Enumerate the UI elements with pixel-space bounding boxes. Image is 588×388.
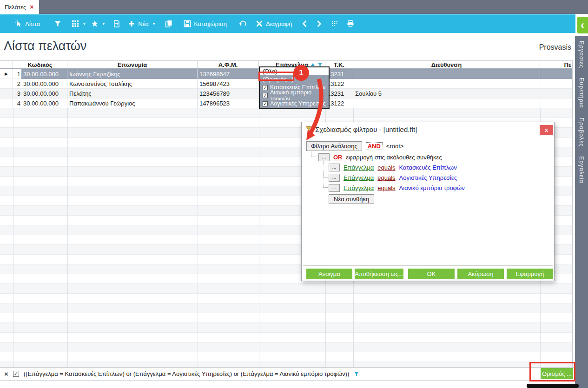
apply-button[interactable]: Εφαρμογή [507, 269, 553, 279]
header-address[interactable]: Διεύθυνση [353, 61, 540, 68]
condition-operator-link[interactable]: equals [377, 184, 395, 191]
cell-code[interactable]: 30.00.00.000 [21, 69, 67, 79]
cell-region[interactable] [540, 89, 573, 99]
header-name[interactable]: Επωνυμία [67, 61, 198, 68]
dropdown-item[interactable]: ✓Λιανικό εμπόριο τροφών [260, 92, 329, 99]
copy-button[interactable] [165, 20, 172, 27]
header-tk[interactable]: Τ.Κ. [325, 61, 353, 68]
new-button-label: Νέα [138, 20, 149, 27]
condition-field-link[interactable]: Επάγγελμα [344, 164, 374, 171]
cell-tk[interactable]: 13231 [325, 89, 353, 99]
cell-address[interactable] [353, 99, 540, 108]
filter-designer-dialog: Σχεδιασμός φίλτρου - [untitled.flt] x Φί… [301, 122, 555, 281]
chevron-down-icon[interactable]: ▾ [103, 21, 105, 26]
delete-button[interactable]: Διαγραφή [256, 20, 292, 27]
group-text: εφαρμογή στις ακόλουθες συνθήκες [346, 154, 442, 161]
cell-address[interactable]: Σουλίου 5 [353, 89, 540, 99]
save-as-button[interactable]: Αποθήκευση ως... [355, 269, 403, 279]
condition-operator-link[interactable]: equals [377, 174, 395, 181]
close-icon[interactable]: x [540, 125, 553, 135]
sidebar-item-indexes[interactable]: Ευρετήρια [578, 78, 585, 108]
cell-region[interactable] [540, 79, 573, 89]
sort-ascending-icon [311, 63, 315, 66]
condition-options-button[interactable]: ... [329, 184, 340, 192]
checkbox-checked-icon[interactable]: ✓ [263, 101, 268, 106]
undo-button[interactable] [239, 20, 246, 27]
filter-enabled-checkbox[interactable]: ✓ [13, 371, 19, 377]
condition-value-link[interactable]: Λογιστικές Υπηρεσίες [399, 174, 457, 181]
chevron-down-icon[interactable]: ▾ [83, 21, 86, 26]
analysis-filter-button[interactable]: Φίλτρο Ανάλυσης [306, 141, 362, 151]
new-button[interactable]: Νέα ▾ [128, 20, 155, 27]
cell-name[interactable]: Παπακωάννου Γεώργιος [67, 99, 198, 108]
chevron-down-icon[interactable]: ▾ [153, 21, 155, 26]
cell-afm[interactable]: 123456789 [198, 89, 259, 99]
list-button[interactable]: Λίστα [15, 20, 40, 27]
tab-close-icon[interactable]: × [30, 4, 33, 10]
cell-code[interactable]: 30.00.00.000 [21, 79, 67, 89]
grid-settings-button[interactable] [331, 20, 338, 27]
cell-afm[interactable]: 147896523 [198, 99, 259, 108]
cell-tk[interactable]: 13231 [325, 69, 353, 79]
columns-button[interactable]: ▾ [72, 20, 86, 27]
new-condition-button[interactable]: Νέα συνθήκη [329, 194, 374, 204]
page-title: Λίστα πελατών [4, 39, 86, 53]
grid-column-line [13, 108, 13, 367]
condition-value-link[interactable]: Λιανικό εμπόριο τροφών [399, 184, 465, 191]
condition-field-link[interactable]: Επάγγελμα [344, 174, 374, 181]
cell-name[interactable]: Πελάτης [67, 89, 198, 99]
cell-region[interactable] [540, 99, 573, 108]
main-toolbar: Λίστα ▾ ▾ Νέα ▾ Καταχώριση Διαγραφή [0, 14, 575, 33]
header-afm[interactable]: Α.Φ.Μ. [198, 61, 259, 68]
funnel-icon [305, 126, 312, 133]
condition-options-button[interactable]: ... [329, 164, 340, 171]
cell-name[interactable]: Ιωάννης Γκρπζίκης [67, 69, 198, 79]
cell-code[interactable]: 30.00.00.000 [21, 89, 67, 99]
chevron-right-icon [315, 20, 323, 27]
open-button[interactable]: Άνοιγμα [306, 269, 352, 279]
sidebar-item-tools[interactable]: Εργαλεία [578, 156, 585, 184]
print-button[interactable] [347, 20, 354, 27]
cell-afm[interactable]: 156987423 [198, 79, 259, 89]
export-button[interactable] [113, 20, 120, 27]
group-operator-link[interactable]: OR [333, 154, 343, 161]
filter-icon[interactable] [354, 371, 359, 377]
cell-tk[interactable]: 13122 [325, 99, 353, 108]
filter-button[interactable] [54, 20, 61, 27]
sidebar-item-views[interactable]: Προβολές [578, 118, 585, 147]
cell-address[interactable] [353, 79, 540, 89]
clear-filter-icon[interactable]: × [4, 370, 8, 378]
header-region[interactable]: Πε [540, 61, 573, 68]
x-icon [256, 20, 263, 27]
header-code[interactable]: Κωδικός [13, 61, 67, 68]
ok-button[interactable]: OK [408, 269, 455, 279]
favorites-button[interactable]: ▾ [91, 20, 105, 27]
root-operator-link[interactable]: AND [366, 142, 383, 150]
tab-customers[interactable]: Πελάτες × [0, 0, 39, 14]
cancel-button[interactable]: Ακύρωση [457, 269, 504, 279]
checkbox-checked-icon[interactable]: ✓ [263, 85, 268, 90]
save-button[interactable]: Καταχώριση [184, 20, 227, 27]
condition-operator-link[interactable]: equals [377, 164, 395, 171]
table-right-border [572, 61, 573, 367]
dropdown-item[interactable]: ✓Λογιστικές Υπηρεσίες [260, 100, 329, 108]
cell-address[interactable] [353, 69, 540, 79]
panel-collapse-button[interactable]: ‹ [577, 17, 588, 33]
prev-record-button[interactable] [301, 20, 309, 27]
cell-tk[interactable]: 13122 [325, 79, 353, 89]
checkbox-checked-icon[interactable]: ✓ [263, 93, 268, 98]
next-record-button[interactable] [315, 20, 323, 27]
filter-icon [54, 20, 61, 27]
annotation-highlight-box [529, 362, 575, 381]
cell-afm[interactable]: 132698547 [198, 69, 259, 79]
condition-value-link[interactable]: Κατασκευές Επίπλων [399, 164, 457, 171]
condition-options-button[interactable]: ... [329, 174, 340, 182]
group-options-button[interactable]: ... [318, 153, 330, 161]
sidebar-item-tasks[interactable]: Εργασίες [578, 41, 585, 68]
cell-name[interactable]: Κωνσταντίνος Τσαλίκης [67, 79, 198, 89]
cell-code[interactable]: 30.00.00.000 [21, 99, 67, 108]
condition-field-link[interactable]: Επάγγελμα [344, 184, 374, 191]
save-button-label: Καταχώριση [194, 20, 227, 27]
cursor-blob [527, 384, 579, 388]
cell-region[interactable] [540, 69, 573, 79]
